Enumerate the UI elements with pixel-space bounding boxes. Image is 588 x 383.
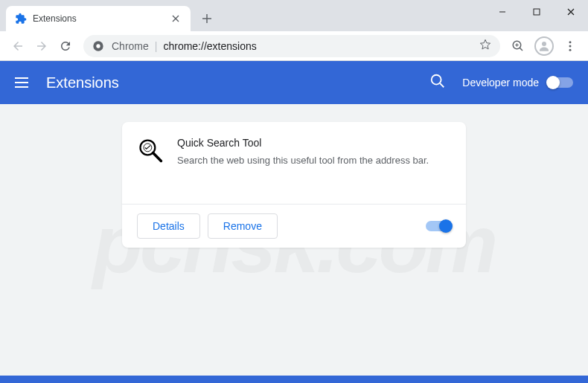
- reload-button[interactable]: [54, 34, 77, 58]
- content-area: pcrisk.com Quick Search Tool Search the …: [0, 104, 588, 383]
- bottom-border: [0, 376, 588, 383]
- new-tab-button[interactable]: [196, 8, 217, 29]
- maximize-button[interactable]: [520, 0, 554, 24]
- svg-point-9: [96, 44, 100, 48]
- menu-button[interactable]: [558, 34, 582, 58]
- browser-toolbar: Chrome | chrome://extensions: [0, 31, 588, 61]
- extension-icon: [137, 137, 164, 164]
- tab-title: Extensions: [33, 13, 170, 24]
- bookmark-star-icon[interactable]: [479, 39, 491, 53]
- page-title: Extensions: [46, 74, 429, 91]
- back-button[interactable]: [6, 34, 30, 58]
- svg-rect-1: [534, 9, 540, 15]
- extension-description: Search the web using this useful tool fr…: [177, 153, 451, 168]
- url-separator: |: [155, 40, 158, 52]
- svg-point-16: [569, 45, 572, 47]
- hamburger-menu-icon[interactable]: [15, 74, 33, 91]
- address-bar[interactable]: Chrome | chrome://extensions: [83, 35, 500, 57]
- forward-button[interactable]: [30, 34, 54, 58]
- developer-mode-label: Developer mode: [462, 77, 539, 88]
- svg-point-17: [569, 48, 572, 51]
- svg-line-19: [440, 83, 444, 87]
- details-button[interactable]: Details: [137, 213, 200, 239]
- extensions-header: Extensions Developer mode: [0, 61, 588, 104]
- close-tab-button[interactable]: [170, 13, 182, 25]
- browser-tab[interactable]: Extensions: [6, 6, 191, 31]
- search-icon[interactable]: [429, 73, 446, 92]
- svg-point-14: [542, 42, 546, 46]
- chrome-icon: [92, 40, 104, 52]
- developer-mode-toggle[interactable]: [548, 77, 573, 88]
- remove-button[interactable]: Remove: [208, 213, 278, 239]
- extension-card: Quick Search Tool Search the web using t…: [122, 122, 466, 248]
- puzzle-icon: [15, 13, 27, 25]
- url-text: chrome://extensions: [163, 40, 256, 52]
- svg-point-15: [569, 41, 572, 43]
- extension-enable-toggle[interactable]: [426, 221, 451, 231]
- zoom-icon[interactable]: [506, 34, 530, 58]
- toggle-knob: [546, 76, 560, 89]
- profile-avatar[interactable]: [534, 36, 554, 56]
- close-window-button[interactable]: [554, 0, 588, 24]
- svg-line-11: [520, 48, 523, 51]
- minimize-button[interactable]: [485, 0, 520, 24]
- svg-line-21: [153, 153, 162, 161]
- svg-point-18: [432, 75, 441, 85]
- toggle-knob: [439, 219, 453, 233]
- extension-name: Quick Search Tool: [177, 137, 451, 149]
- url-prefix: Chrome: [112, 40, 149, 52]
